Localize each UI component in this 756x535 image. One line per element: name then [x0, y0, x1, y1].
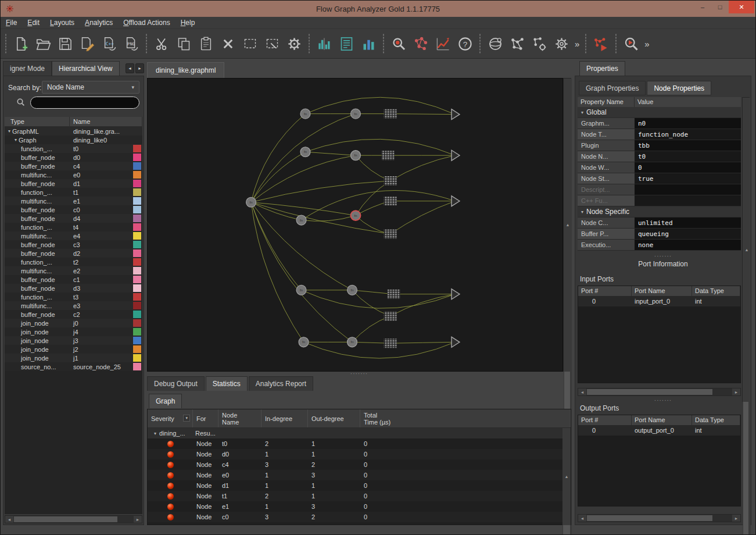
stats-column-out-degree[interactable]: Out-degree	[308, 409, 360, 427]
select-rectangle-button[interactable]	[239, 32, 260, 55]
stats-row-c0[interactable]: Nodec0320	[148, 512, 562, 522]
graph-node-queue-g3[interactable]	[384, 176, 397, 186]
tree-row-t3[interactable]: function_...t3	[5, 293, 142, 301]
tree-row-c4[interactable]: buffer_nodec4	[5, 162, 142, 170]
minimize-button[interactable]: –	[694, 1, 711, 13]
tree-row-e2[interactable]: multifunc...e2	[5, 266, 142, 275]
delete-button[interactable]	[217, 32, 238, 55]
new-file-button[interactable]	[10, 32, 31, 55]
tree-row-c0[interactable]: buffer_nodec0	[5, 205, 142, 214]
canvas-vertical-scrollbar[interactable]: ▲ ▼	[563, 78, 571, 372]
scroll-right-button[interactable]: ►	[732, 515, 740, 522]
export-cpp-button[interactable]: C++	[99, 32, 120, 55]
expander-icon[interactable]: ▾	[154, 431, 156, 436]
severity-filter-icon[interactable]: ▾	[183, 415, 190, 422]
port-row-output-port-0[interactable]: 0output_port_0int	[578, 425, 740, 436]
tree-row-d4[interactable]: buffer_noded4	[5, 214, 142, 223]
graph-node-selected-b3[interactable]: fn	[351, 211, 361, 220]
stats-column-in-degree[interactable]: In-degree	[261, 409, 308, 427]
settings-gear-button[interactable]	[284, 32, 304, 55]
graph-node-function-a2[interactable]: fn	[300, 147, 310, 157]
tree-row-e3[interactable]: multifunc...e3	[5, 301, 142, 310]
toolbar-overflow-chevron[interactable]: »	[573, 39, 581, 49]
menu-analytics[interactable]: Analytics	[80, 17, 118, 28]
menu-layouts[interactable]: Layouts	[45, 17, 80, 28]
tree-row-t4[interactable]: function_...t4	[5, 223, 142, 231]
toolbar-grip[interactable]	[584, 34, 587, 54]
tab-properties[interactable]: Properties	[579, 61, 625, 76]
maximize-button[interactable]: □	[711, 1, 729, 13]
graph-node-queue-g1[interactable]	[384, 109, 397, 119]
graph-node-queue-g7[interactable]	[384, 312, 397, 321]
graph-node-join-t5[interactable]	[452, 337, 460, 347]
graph-node-queue-g5[interactable]	[384, 229, 397, 238]
port-column-port-name[interactable]: Port Name	[632, 286, 692, 296]
tab-designer-mode[interactable]: igner Mode	[3, 61, 52, 76]
tree-row-j0[interactable]: join_nodej0	[5, 319, 142, 327]
export-png-button[interactable]: PNG	[121, 32, 142, 55]
tree-column-type[interactable]: Type	[5, 117, 70, 126]
scroll-right-button[interactable]: ►	[134, 516, 142, 523]
tree-row-source-node-25[interactable]: source_no...source_node_25	[5, 362, 142, 371]
scroll-left-button[interactable]: ◄	[578, 515, 586, 522]
port-column-data-type[interactable]: Data Type	[692, 415, 740, 425]
menu-help[interactable]: Help	[175, 17, 200, 28]
prop-row-c-fu[interactable]: C++ Fu...	[578, 195, 741, 206]
property-name-column[interactable]: Property Name	[578, 97, 635, 107]
tree-row-d3[interactable]: buffer_noded3	[5, 284, 142, 293]
input-ports-horizontal-scrollbar[interactable]: ◄ ►	[578, 388, 741, 396]
graph-node-function-b5[interactable]: fn	[347, 337, 357, 347]
close-button[interactable]: ✕	[729, 1, 754, 13]
scroll-left-button[interactable]: ◄	[5, 516, 13, 523]
scroll-up-button[interactable]: ▲	[743, 98, 751, 401]
stats-column-node-name[interactable]: Node Name	[218, 409, 261, 427]
tab-scroll-left-button[interactable]: ◄	[126, 63, 134, 73]
toolbar-grip[interactable]	[145, 34, 148, 54]
tree-row-j2[interactable]: join_nodej2	[5, 345, 142, 354]
tree-column-name[interactable]: Name	[70, 117, 142, 126]
tree-row-j1[interactable]: join_nodej1	[5, 354, 142, 362]
prop-row-node-n[interactable]: Node N...t0	[578, 151, 741, 162]
trace-graph-button[interactable]	[410, 32, 431, 55]
vertical-splitter[interactable]: ·······	[575, 398, 751, 403]
tree-row-t1[interactable]: function_...t1	[5, 188, 142, 197]
graph-node-join-t1[interactable]	[452, 109, 460, 120]
left-panel-horizontal-scrollbar[interactable]: ◄ ►	[5, 515, 142, 523]
transform-rectangle-button[interactable]	[261, 32, 282, 55]
prop-group-global[interactable]: ▾Global	[578, 107, 741, 118]
expander-icon[interactable]: ▾	[8, 129, 10, 134]
stats-row-e1[interactable]: Nodee1130	[148, 501, 562, 512]
preferences-gear-button[interactable]	[551, 32, 572, 55]
tab-debug-output[interactable]: Debug Output	[147, 376, 205, 391]
toolbar-grip[interactable]	[614, 34, 618, 54]
port-column-port[interactable]: Port #	[578, 415, 632, 425]
graph-node-queue-g8[interactable]	[384, 338, 397, 348]
graph-node-queue-g4[interactable]	[384, 197, 397, 206]
graph-node-function-a4[interactable]: fn	[296, 285, 306, 295]
graph-settings-button[interactable]	[529, 32, 550, 55]
prop-row-graphm[interactable]: Graphm...n0	[578, 118, 741, 129]
prop-row-node-c[interactable]: Node C...unlimited	[578, 217, 741, 229]
scroll-up-button[interactable]: ▲	[564, 79, 572, 371]
tree-row-e4[interactable]: multifunc...e4	[5, 231, 142, 240]
cut-button[interactable]	[151, 32, 172, 55]
stats-row-d0[interactable]: Noded0110	[148, 449, 562, 459]
tree-row-c1[interactable]: buffer_nodec1	[5, 275, 142, 284]
save-button[interactable]	[55, 32, 76, 55]
scroll-left-button[interactable]: ◄	[578, 388, 586, 395]
stats-column-for[interactable]: For	[193, 409, 218, 427]
stats-row-c4[interactable]: Nodec4320	[148, 459, 562, 470]
scrollbar-thumb[interactable]	[587, 389, 712, 395]
toolbar-grip[interactable]	[478, 34, 482, 54]
tree-row-dining-like-gra[interactable]: ▾GraphMLdining_like.gra...	[5, 127, 142, 135]
prop-row-buffer-p[interactable]: Buffer P...queueing	[578, 229, 741, 240]
value-column[interactable]: Value	[635, 97, 741, 107]
tab-statistics[interactable]: Statistics	[206, 376, 248, 391]
menu-offload-actions[interactable]: Offload Actions	[118, 17, 175, 28]
properties-vertical-scrollbar[interactable]: ▲ ▼	[742, 97, 750, 402]
tree-row-dining-like0[interactable]: ▾Graphdining_like0	[5, 135, 142, 144]
graph-node-function-b1[interactable]: fn	[351, 109, 361, 119]
graph-node-join-t2[interactable]	[452, 150, 460, 160]
copy-button[interactable]	[173, 32, 194, 55]
performance-chart-button[interactable]	[432, 32, 453, 55]
